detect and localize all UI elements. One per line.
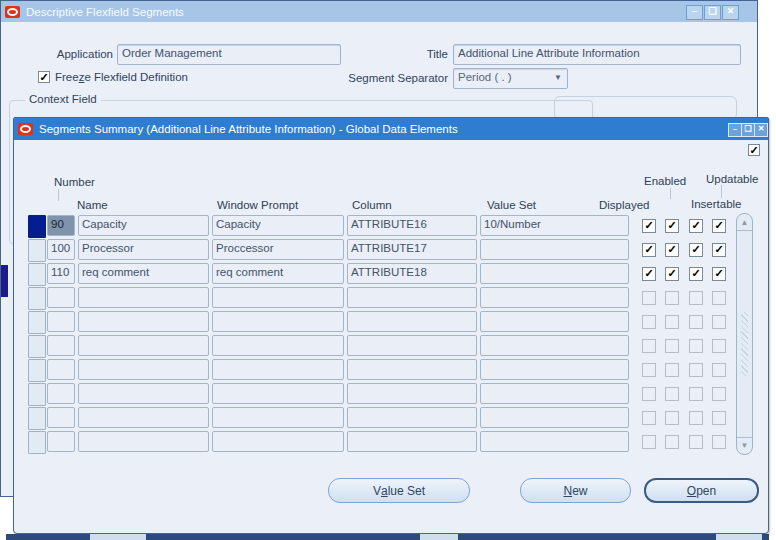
cell-name[interactable]: [78, 359, 209, 380]
insertable-checkbox[interactable]: ✓: [712, 219, 726, 233]
record-selector[interactable]: [28, 383, 46, 406]
insertable-checkbox[interactable]: [712, 435, 726, 449]
scrollbar-thumb[interactable]: [741, 312, 748, 376]
cell-column[interactable]: [347, 407, 477, 428]
displayed-checkbox[interactable]: [642, 411, 656, 425]
application-field[interactable]: Order Management: [117, 44, 341, 65]
enabled-checkbox[interactable]: ✓: [665, 243, 679, 257]
enabled-checkbox[interactable]: [665, 435, 679, 449]
cell-value-set[interactable]: [480, 407, 629, 428]
cell-window-prompt[interactable]: [212, 287, 344, 308]
cell-window-prompt[interactable]: Capacity: [212, 215, 344, 236]
cell-number[interactable]: [47, 383, 75, 404]
updatable-checkbox[interactable]: [689, 411, 703, 425]
enabled-checkbox[interactable]: [665, 363, 679, 377]
updatable-checkbox[interactable]: [689, 339, 703, 353]
cell-column[interactable]: [347, 311, 477, 332]
record-selector[interactable]: [28, 263, 46, 286]
open-button[interactable]: Open: [644, 478, 759, 503]
cell-name[interactable]: req comment: [78, 263, 209, 284]
updatable-checkbox[interactable]: [689, 387, 703, 401]
scroll-down-icon[interactable]: ▼: [737, 441, 752, 450]
minimize-button[interactable]: –: [686, 5, 703, 20]
cell-column[interactable]: [347, 383, 477, 404]
enabled-checkbox[interactable]: [665, 387, 679, 401]
cell-column[interactable]: [347, 335, 477, 356]
cell-window-prompt[interactable]: Proccessor: [212, 239, 344, 260]
cell-name[interactable]: Capacity: [78, 215, 209, 236]
top-right-checkbox[interactable]: ✓: [748, 144, 760, 156]
updatable-checkbox[interactable]: [689, 315, 703, 329]
record-selector[interactable]: [28, 359, 46, 382]
record-selector[interactable]: [28, 239, 46, 262]
cell-column[interactable]: [347, 431, 477, 452]
enabled-checkbox[interactable]: [665, 411, 679, 425]
record-selector[interactable]: [28, 311, 46, 334]
cell-window-prompt[interactable]: [212, 383, 344, 404]
vertical-scrollbar[interactable]: ▲ ▼: [736, 213, 753, 455]
maximize-button[interactable]: ❑: [741, 123, 755, 137]
cell-column[interactable]: ATTRIBUTE17: [347, 239, 477, 260]
cell-window-prompt[interactable]: [212, 311, 344, 332]
cell-window-prompt[interactable]: [212, 431, 344, 452]
cell-number[interactable]: [47, 335, 75, 356]
cell-name[interactable]: [78, 431, 209, 452]
displayed-checkbox[interactable]: ✓: [642, 267, 656, 281]
freeze-flexfield-checkbox[interactable]: ✓: [38, 71, 50, 83]
cell-value-set[interactable]: [480, 287, 629, 308]
updatable-checkbox[interactable]: [689, 363, 703, 377]
cell-column[interactable]: [347, 287, 477, 308]
updatable-checkbox[interactable]: ✓: [689, 243, 703, 257]
cell-column[interactable]: [347, 359, 477, 380]
cell-window-prompt[interactable]: [212, 407, 344, 428]
cell-number[interactable]: [47, 287, 75, 308]
enabled-checkbox[interactable]: ✓: [665, 267, 679, 281]
insertable-checkbox[interactable]: ✓: [712, 243, 726, 257]
scroll-up-icon[interactable]: ▲: [737, 218, 752, 227]
cell-value-set[interactable]: [480, 263, 629, 284]
displayed-checkbox[interactable]: [642, 339, 656, 353]
enabled-checkbox[interactable]: ✓: [665, 219, 679, 233]
cell-column[interactable]: ATTRIBUTE16: [347, 215, 477, 236]
updatable-checkbox[interactable]: ✓: [689, 219, 703, 233]
cell-number[interactable]: 100: [47, 239, 75, 260]
cell-column[interactable]: ATTRIBUTE18: [347, 263, 477, 284]
record-selector[interactable]: [28, 335, 46, 358]
displayed-checkbox[interactable]: [642, 435, 656, 449]
cell-value-set[interactable]: [480, 359, 629, 380]
updatable-checkbox[interactable]: [689, 435, 703, 449]
cell-value-set[interactable]: [480, 431, 629, 452]
cell-name[interactable]: [78, 335, 209, 356]
cell-window-prompt[interactable]: req comment: [212, 263, 344, 284]
insertable-checkbox[interactable]: [712, 387, 726, 401]
insertable-checkbox[interactable]: [712, 363, 726, 377]
enabled-checkbox[interactable]: [665, 315, 679, 329]
value-set-button[interactable]: Value Set: [328, 478, 470, 503]
cell-value-set[interactable]: [480, 335, 629, 356]
record-selector[interactable]: [28, 215, 46, 238]
displayed-checkbox[interactable]: [642, 291, 656, 305]
cell-value-set[interactable]: [480, 383, 629, 404]
close-button[interactable]: ✕: [722, 5, 739, 20]
displayed-checkbox[interactable]: [642, 315, 656, 329]
insertable-checkbox[interactable]: [712, 291, 726, 305]
cell-number[interactable]: [47, 359, 75, 380]
cell-value-set[interactable]: [480, 311, 629, 332]
minimize-button[interactable]: –: [728, 123, 742, 137]
close-button[interactable]: ✕: [754, 123, 768, 137]
cell-number[interactable]: [47, 311, 75, 332]
cell-name[interactable]: [78, 407, 209, 428]
cell-name[interactable]: [78, 311, 209, 332]
insertable-checkbox[interactable]: [712, 339, 726, 353]
cell-window-prompt[interactable]: [212, 359, 344, 380]
cell-name[interactable]: Processor: [78, 239, 209, 260]
new-button[interactable]: New: [520, 478, 631, 503]
displayed-checkbox[interactable]: [642, 363, 656, 377]
title-field[interactable]: Additional Line Attribute Information: [453, 44, 741, 65]
insertable-checkbox[interactable]: [712, 315, 726, 329]
updatable-checkbox[interactable]: [689, 291, 703, 305]
cell-number[interactable]: [47, 407, 75, 428]
cell-name[interactable]: [78, 287, 209, 308]
segment-separator-combo[interactable]: Period ( . ) ▼: [453, 68, 568, 89]
displayed-checkbox[interactable]: ✓: [642, 243, 656, 257]
